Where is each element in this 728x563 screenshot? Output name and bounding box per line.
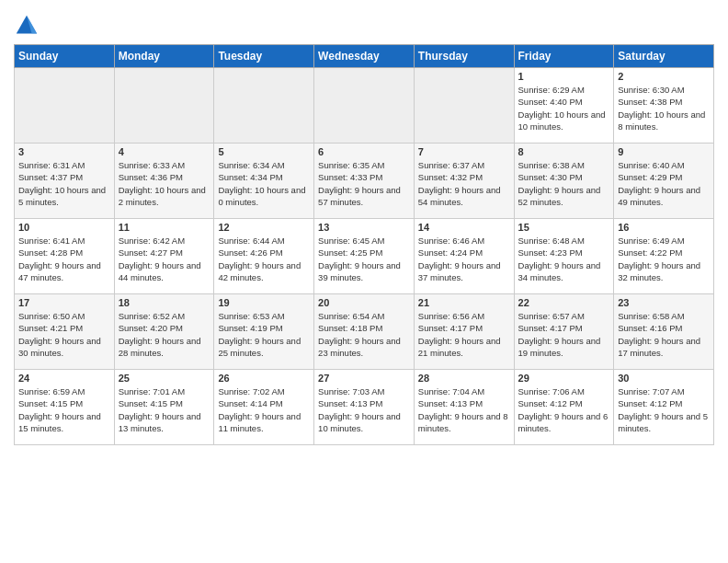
- week-row-3: 10Sunrise: 6:41 AMSunset: 4:28 PMDayligh…: [15, 219, 714, 294]
- header: [14, 9, 714, 39]
- day-header-wednesday: Wednesday: [314, 45, 415, 68]
- day-info: Sunrise: 6:46 AMSunset: 4:24 PMDaylight:…: [418, 235, 510, 283]
- day-info: Sunrise: 7:03 AMSunset: 4:13 PMDaylight:…: [318, 385, 410, 434]
- day-number: 9: [618, 146, 710, 157]
- header-row: SundayMondayTuesdayWednesdayThursdayFrid…: [15, 45, 714, 68]
- day-header-saturday: Saturday: [614, 45, 714, 68]
- day-info: Sunrise: 7:01 AMSunset: 4:15 PMDaylight:…: [119, 385, 210, 434]
- day-info: Sunrise: 6:59 AMSunset: 4:15 PMDaylight:…: [18, 385, 110, 434]
- day-info: Sunrise: 6:38 AMSunset: 4:30 PMDaylight:…: [518, 159, 610, 208]
- day-number: 8: [518, 146, 610, 157]
- day-number: 15: [518, 222, 610, 233]
- day-cell: 22Sunrise: 6:57 AMSunset: 4:17 PMDayligh…: [514, 294, 614, 370]
- day-info: Sunrise: 6:33 AMSunset: 4:36 PMDaylight:…: [119, 159, 210, 208]
- day-number: 23: [618, 297, 710, 308]
- day-cell: 14Sunrise: 6:46 AMSunset: 4:24 PMDayligh…: [414, 219, 514, 294]
- day-cell: 25Sunrise: 7:01 AMSunset: 4:15 PMDayligh…: [114, 370, 214, 445]
- day-info: Sunrise: 6:37 AMSunset: 4:32 PMDaylight:…: [418, 159, 510, 208]
- logo: [14, 13, 43, 39]
- day-header-thursday: Thursday: [414, 45, 514, 68]
- day-number: 29: [518, 373, 610, 384]
- day-info: Sunrise: 6:53 AMSunset: 4:19 PMDaylight:…: [218, 310, 310, 359]
- day-info: Sunrise: 6:50 AMSunset: 4:21 PMDaylight:…: [18, 310, 110, 359]
- day-number: 7: [418, 146, 510, 157]
- day-info: Sunrise: 6:41 AMSunset: 4:28 PMDaylight:…: [18, 235, 110, 283]
- calendar-table: SundayMondayTuesdayWednesdayThursdayFrid…: [14, 44, 714, 445]
- day-number: 28: [418, 373, 510, 384]
- day-cell: [15, 68, 115, 144]
- day-cell: 11Sunrise: 6:42 AMSunset: 4:27 PMDayligh…: [114, 219, 214, 294]
- day-number: 21: [418, 297, 510, 308]
- day-number: 19: [218, 297, 310, 308]
- day-cell: 28Sunrise: 7:04 AMSunset: 4:13 PMDayligh…: [414, 370, 514, 445]
- week-row-1: 1Sunrise: 6:29 AMSunset: 4:40 PMDaylight…: [15, 68, 714, 144]
- day-info: Sunrise: 6:30 AMSunset: 4:38 PMDaylight:…: [618, 84, 710, 132]
- day-cell: 6Sunrise: 6:35 AMSunset: 4:33 PMDaylight…: [314, 144, 415, 219]
- day-info: Sunrise: 7:07 AMSunset: 4:12 PMDaylight:…: [618, 385, 710, 434]
- day-info: Sunrise: 6:42 AMSunset: 4:27 PMDaylight:…: [119, 235, 210, 283]
- day-cell: 10Sunrise: 6:41 AMSunset: 4:28 PMDayligh…: [15, 219, 115, 294]
- week-row-5: 24Sunrise: 6:59 AMSunset: 4:15 PMDayligh…: [15, 370, 714, 445]
- page: SundayMondayTuesdayWednesdayThursdayFrid…: [0, 0, 728, 454]
- day-cell: 3Sunrise: 6:31 AMSunset: 4:37 PMDaylight…: [15, 144, 115, 219]
- day-cell: [314, 68, 415, 144]
- day-info: Sunrise: 6:56 AMSunset: 4:17 PMDaylight:…: [418, 310, 510, 359]
- day-cell: 29Sunrise: 7:06 AMSunset: 4:12 PMDayligh…: [514, 370, 614, 445]
- week-row-4: 17Sunrise: 6:50 AMSunset: 4:21 PMDayligh…: [15, 294, 714, 370]
- day-info: Sunrise: 6:57 AMSunset: 4:17 PMDaylight:…: [518, 310, 610, 359]
- day-number: 11: [119, 222, 210, 233]
- day-number: 14: [418, 222, 510, 233]
- day-number: 13: [318, 222, 410, 233]
- day-cell: 7Sunrise: 6:37 AMSunset: 4:32 PMDaylight…: [414, 144, 514, 219]
- day-info: Sunrise: 6:48 AMSunset: 4:23 PMDaylight:…: [518, 235, 610, 283]
- day-cell: 9Sunrise: 6:40 AMSunset: 4:29 PMDaylight…: [614, 144, 714, 219]
- day-cell: 19Sunrise: 6:53 AMSunset: 4:19 PMDayligh…: [214, 294, 314, 370]
- day-info: Sunrise: 6:29 AMSunset: 4:40 PMDaylight:…: [518, 84, 610, 132]
- day-cell: [114, 68, 214, 144]
- day-info: Sunrise: 6:40 AMSunset: 4:29 PMDaylight:…: [618, 159, 710, 208]
- day-cell: 5Sunrise: 6:34 AMSunset: 4:34 PMDaylight…: [214, 144, 314, 219]
- day-number: 5: [218, 146, 310, 157]
- day-info: Sunrise: 7:06 AMSunset: 4:12 PMDaylight:…: [518, 385, 610, 434]
- day-cell: 16Sunrise: 6:49 AMSunset: 4:22 PMDayligh…: [614, 219, 714, 294]
- day-number: 1: [518, 71, 610, 82]
- day-number: 18: [119, 297, 210, 308]
- day-cell: 23Sunrise: 6:58 AMSunset: 4:16 PMDayligh…: [614, 294, 714, 370]
- day-cell: [214, 68, 314, 144]
- day-cell: 20Sunrise: 6:54 AMSunset: 4:18 PMDayligh…: [314, 294, 415, 370]
- day-number: 22: [518, 297, 610, 308]
- day-info: Sunrise: 7:04 AMSunset: 4:13 PMDaylight:…: [418, 385, 510, 434]
- day-number: 4: [119, 146, 210, 157]
- day-info: Sunrise: 6:49 AMSunset: 4:22 PMDaylight:…: [618, 235, 710, 283]
- day-cell: 2Sunrise: 6:30 AMSunset: 4:38 PMDaylight…: [614, 68, 714, 144]
- day-number: 30: [618, 373, 710, 384]
- day-number: 12: [218, 222, 310, 233]
- day-cell: 27Sunrise: 7:03 AMSunset: 4:13 PMDayligh…: [314, 370, 415, 445]
- day-number: 27: [318, 373, 410, 384]
- day-cell: 12Sunrise: 6:44 AMSunset: 4:26 PMDayligh…: [214, 219, 314, 294]
- day-cell: 18Sunrise: 6:52 AMSunset: 4:20 PMDayligh…: [114, 294, 214, 370]
- day-number: 24: [18, 373, 110, 384]
- day-header-friday: Friday: [514, 45, 614, 68]
- day-cell: 30Sunrise: 7:07 AMSunset: 4:12 PMDayligh…: [614, 370, 714, 445]
- day-cell: [414, 68, 514, 144]
- day-info: Sunrise: 6:52 AMSunset: 4:20 PMDaylight:…: [119, 310, 210, 359]
- day-cell: 13Sunrise: 6:45 AMSunset: 4:25 PMDayligh…: [314, 219, 415, 294]
- day-cell: 17Sunrise: 6:50 AMSunset: 4:21 PMDayligh…: [15, 294, 115, 370]
- day-header-tuesday: Tuesday: [214, 45, 314, 68]
- day-number: 16: [618, 222, 710, 233]
- day-cell: 4Sunrise: 6:33 AMSunset: 4:36 PMDaylight…: [114, 144, 214, 219]
- week-row-2: 3Sunrise: 6:31 AMSunset: 4:37 PMDaylight…: [15, 144, 714, 219]
- day-info: Sunrise: 6:34 AMSunset: 4:34 PMDaylight:…: [218, 159, 310, 208]
- day-info: Sunrise: 6:44 AMSunset: 4:26 PMDaylight:…: [218, 235, 310, 283]
- day-number: 25: [119, 373, 210, 384]
- day-number: 17: [18, 297, 110, 308]
- day-info: Sunrise: 6:45 AMSunset: 4:25 PMDaylight:…: [318, 235, 410, 283]
- logo-icon: [14, 13, 40, 39]
- day-info: Sunrise: 7:02 AMSunset: 4:14 PMDaylight:…: [218, 385, 310, 434]
- day-cell: 15Sunrise: 6:48 AMSunset: 4:23 PMDayligh…: [514, 219, 614, 294]
- day-cell: 1Sunrise: 6:29 AMSunset: 4:40 PMDaylight…: [514, 68, 614, 144]
- day-header-sunday: Sunday: [15, 45, 115, 68]
- day-cell: 24Sunrise: 6:59 AMSunset: 4:15 PMDayligh…: [15, 370, 115, 445]
- day-info: Sunrise: 6:35 AMSunset: 4:33 PMDaylight:…: [318, 159, 410, 208]
